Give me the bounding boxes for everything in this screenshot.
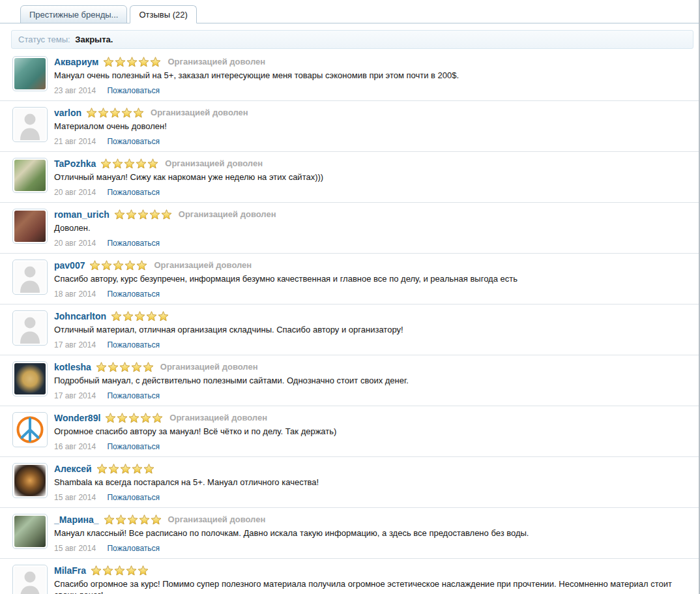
org-satisfied-label: Организацией доволен bbox=[151, 107, 248, 119]
review-text: Отличный мануал! Сижу как наркоман уже н… bbox=[54, 171, 693, 183]
user-avatar[interactable] bbox=[12, 310, 48, 346]
review-header: pav007 Организацией доволен bbox=[54, 260, 693, 271]
report-link[interactable]: Пожаловаться bbox=[107, 239, 160, 248]
review-header: _Марина_ Организацией доволен bbox=[54, 514, 693, 526]
garden-photo bbox=[14, 160, 46, 191]
review-date: 15 авг 2014 bbox=[54, 544, 96, 553]
report-link[interactable]: Пожаловаться bbox=[107, 391, 160, 400]
swing-photo bbox=[14, 516, 46, 547]
review-text: Shambala ка всегда постарался на 5+. Ман… bbox=[54, 477, 693, 488]
default-avatar bbox=[14, 567, 46, 594]
review-item: Wonder89l Организацией доволен Огромное … bbox=[0, 406, 699, 457]
reviews-page: Престижные бренды... Отзывы (22) Статус … bbox=[0, 0, 700, 594]
username-link[interactable]: Аквариум bbox=[54, 56, 98, 68]
review-header: kotlesha Организацией доволен bbox=[54, 361, 693, 373]
username-link[interactable]: varlon bbox=[54, 107, 81, 119]
review-text: Подробный мануал, с действительно полезн… bbox=[54, 375, 693, 386]
review-body: TaPozhka Организацией доволен Отличный м… bbox=[54, 158, 693, 197]
username-link[interactable]: Johncarlton bbox=[54, 310, 106, 322]
username-link[interactable]: _Марина_ bbox=[54, 514, 99, 526]
user-avatar[interactable] bbox=[12, 158, 48, 193]
review-meta: 20 авг 2014 Пожаловаться bbox=[54, 188, 693, 197]
rating-stars bbox=[89, 260, 147, 271]
user-avatar[interactable] bbox=[12, 209, 48, 244]
report-link[interactable]: Пожаловаться bbox=[107, 137, 160, 146]
tab-bar: Престижные бренды... Отзывы (22) bbox=[0, 0, 699, 23]
user-avatar[interactable] bbox=[12, 107, 48, 142]
username-link[interactable]: roman_urich bbox=[54, 209, 109, 220]
report-link[interactable]: Пожаловаться bbox=[107, 290, 160, 299]
tab-prestige-brands[interactable]: Престижные бренды... bbox=[20, 5, 127, 23]
review-body: pav007 Организацией доволен Спасибо авто… bbox=[54, 260, 693, 299]
review-item: pav007 Организацией доволен Спасибо авто… bbox=[0, 254, 699, 304]
username-link[interactable]: kotlesha bbox=[54, 361, 91, 373]
username-link[interactable]: TaPozhka bbox=[54, 158, 96, 170]
rating-stars bbox=[91, 565, 149, 576]
review-body: MilaFra Спасибо огромное за курс! Помимо… bbox=[54, 565, 693, 594]
rating-stars bbox=[86, 108, 144, 118]
user-avatar[interactable] bbox=[12, 56, 48, 91]
user-avatar[interactable] bbox=[12, 412, 48, 447]
review-date: 15 авг 2014 bbox=[54, 493, 96, 502]
default-avatar bbox=[14, 312, 46, 344]
review-item: _Марина_ Организацией доволен Мануал кла… bbox=[0, 508, 699, 559]
org-satisfied-label: Организацией доволен bbox=[169, 412, 267, 424]
review-text: Доволен. bbox=[54, 222, 693, 233]
user-avatar[interactable] bbox=[12, 361, 48, 396]
rating-stars bbox=[96, 362, 154, 372]
review-text: Отличный материал, отличная организация … bbox=[54, 324, 693, 335]
review-item: Johncarlton Отличный материал, отличная … bbox=[0, 304, 699, 355]
review-header: Wonder89l Организацией доволен bbox=[54, 412, 693, 424]
user-avatar[interactable] bbox=[12, 463, 48, 498]
report-link[interactable]: Пожаловаться bbox=[107, 340, 160, 349]
review-date: 23 авг 2014 bbox=[54, 86, 96, 95]
review-header: Аквариум Организацией доволен bbox=[54, 56, 693, 68]
rating-stars bbox=[96, 464, 154, 474]
rating-stars bbox=[111, 311, 169, 321]
review-text: Материалом очень доволен! bbox=[54, 121, 693, 132]
tab-reviews[interactable]: Отзывы (22) bbox=[130, 5, 196, 23]
review-meta: 23 авг 2014 Пожаловаться bbox=[54, 87, 693, 95]
review-body: Johncarlton Отличный материал, отличная … bbox=[54, 310, 693, 349]
report-link[interactable]: Пожаловаться bbox=[107, 442, 160, 451]
review-meta: 16 авг 2014 Пожаловаться bbox=[54, 443, 693, 451]
review-meta: 18 авг 2014 Пожаловаться bbox=[54, 290, 693, 299]
review-item: MilaFra Спасибо огромное за курс! Помимо… bbox=[0, 559, 699, 594]
review-body: Wonder89l Организацией доволен Огромное … bbox=[54, 412, 693, 451]
rating-stars bbox=[104, 514, 162, 525]
thread-status-value: Закрыта. bbox=[75, 35, 113, 44]
report-link[interactable]: Пожаловаться bbox=[107, 86, 160, 95]
report-link[interactable]: Пожаловаться bbox=[107, 188, 160, 197]
user-avatar[interactable] bbox=[12, 514, 48, 549]
painting-photo bbox=[14, 211, 46, 242]
rating-stars bbox=[103, 57, 161, 67]
org-satisfied-label: Организацией доволен bbox=[154, 260, 252, 271]
report-link[interactable]: Пожаловаться bbox=[107, 493, 160, 502]
user-avatar[interactable] bbox=[12, 565, 48, 594]
review-date: 20 авг 2014 bbox=[54, 239, 96, 248]
report-link[interactable]: Пожаловаться bbox=[107, 544, 160, 553]
cheshire-cat-photo bbox=[14, 58, 46, 89]
review-item: varlon Организацией доволен Материалом о… bbox=[0, 101, 699, 152]
username-link[interactable]: pav007 bbox=[54, 260, 85, 271]
review-meta: 17 авг 2014 Пожаловаться bbox=[54, 341, 693, 349]
review-header: MilaFra bbox=[54, 565, 693, 576]
user-avatar[interactable] bbox=[12, 260, 48, 295]
review-meta: 21 авг 2014 Пожаловаться bbox=[54, 138, 693, 146]
org-satisfied-label: Организацией доволен bbox=[179, 209, 276, 220]
review-item: Алексей Shambala ка всегда постарался на… bbox=[0, 457, 699, 508]
review-list: Аквариум Организацией доволен Мануал оче… bbox=[0, 50, 699, 594]
review-meta: 15 авг 2014 Пожаловаться bbox=[54, 544, 693, 553]
cat-in-suit bbox=[14, 363, 46, 394]
username-link[interactable]: Алексей bbox=[54, 463, 92, 475]
review-body: Алексей Shambala ка всегда постарался на… bbox=[54, 463, 693, 502]
review-body: roman_urich Организацией доволен Доволен… bbox=[54, 209, 693, 248]
review-body: varlon Организацией доволен Материалом о… bbox=[54, 107, 693, 146]
username-link[interactable]: MilaFra bbox=[54, 565, 86, 576]
rainbow-peace-sign bbox=[14, 414, 46, 445]
username-link[interactable]: Wonder89l bbox=[54, 412, 100, 424]
lion-art bbox=[14, 465, 46, 496]
review-meta: 15 авг 2014 Пожаловаться bbox=[54, 494, 693, 502]
review-date: 20 авг 2014 bbox=[54, 188, 96, 197]
org-satisfied-label: Организацией доволен bbox=[168, 56, 265, 68]
